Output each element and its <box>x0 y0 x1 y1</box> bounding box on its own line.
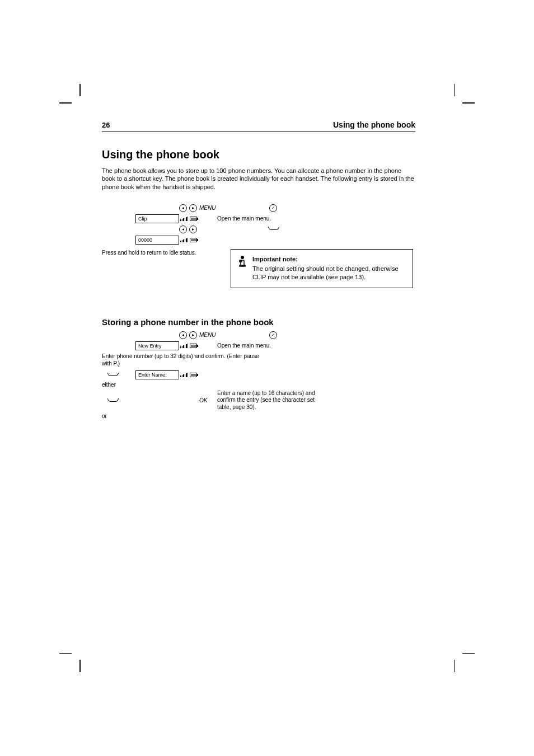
signal-icon <box>180 344 188 348</box>
battery-icon <box>190 344 197 348</box>
proc-row: New Entry Open the main menu. <box>102 341 415 350</box>
or-label: or <box>102 413 415 419</box>
proc-row: Clip Open the main menu. <box>102 214 415 223</box>
signal-icon <box>180 217 188 221</box>
proc-description: Enter phone number (up to 32 digits) and… <box>102 353 270 367</box>
left-arrow-icon: ◂ <box>179 331 187 339</box>
intro-paragraph: The phone book allows you to store up to… <box>102 167 415 191</box>
ok-label: OK <box>199 397 215 403</box>
section-phonebook: Using the phone book The phone book allo… <box>102 148 415 191</box>
battery-icon <box>190 217 197 221</box>
proc-description: Press and hold to return to idle status. <box>102 249 219 256</box>
proc-row: ◂ ▸ MENU ✓ <box>102 204 415 212</box>
proc-row: OK Enter a name (up to 16 characters) an… <box>102 390 415 411</box>
left-arrow-icon: ◂ <box>179 226 187 233</box>
display-text: Clip <box>138 216 147 222</box>
proc-row: ◂ ▸ MENU ✓ <box>102 331 415 339</box>
heading-phonebook: Using the phone book <box>102 148 415 161</box>
battery-icon <box>190 238 197 242</box>
proc-description: Open the main menu. <box>217 342 329 350</box>
proc-description: Open the main menu. <box>217 215 329 223</box>
handset-down-icon <box>268 226 278 232</box>
display-box: 00000 <box>135 236 179 245</box>
menu-label: MENU <box>199 205 215 211</box>
display-text: New Entry <box>138 343 162 349</box>
running-header: 26 Using the phone book <box>102 120 415 132</box>
proc-row: ◂ ▸ <box>102 226 415 233</box>
proc-row: Enter Name: <box>102 370 415 379</box>
procedure-block-1: ◂ ▸ MENU ✓ Clip <box>102 204 415 245</box>
either-label: either <box>102 382 415 388</box>
display-text: Enter Name: <box>138 372 167 378</box>
section-storing: Storing a phone number in the phone book… <box>102 317 415 420</box>
display-text: 00000 <box>138 237 152 243</box>
handset-down-icon <box>107 372 118 378</box>
display-box: New Entry <box>135 341 179 350</box>
heading-storing: Storing a phone number in the phone book <box>102 317 415 327</box>
left-arrow-icon: ◂ <box>179 204 187 212</box>
right-arrow-icon: ▸ <box>189 204 197 212</box>
page-number: 26 <box>102 121 110 129</box>
info-body: The original setting should not be chang… <box>252 265 406 281</box>
info-row-wrap: Press and hold to return to idle status.… <box>102 249 415 305</box>
menu-label: MENU <box>199 332 215 338</box>
section-title: Using the phone book <box>333 120 415 129</box>
signal-icon <box>180 373 188 377</box>
svg-point-0 <box>241 256 244 259</box>
info-icon <box>238 255 247 270</box>
proc-row: 00000 <box>102 236 415 245</box>
check-icon: ✓ <box>269 331 277 339</box>
battery-icon <box>190 373 197 377</box>
signal-icon <box>180 238 188 242</box>
display-box: Clip <box>135 214 179 223</box>
info-note-box: Important note: The original setting sho… <box>231 249 413 289</box>
info-title: Important note: <box>252 255 406 264</box>
right-arrow-icon: ▸ <box>189 226 197 233</box>
page-content: 26 Using the phone book Using the phone … <box>102 120 415 433</box>
check-icon: ✓ <box>269 204 277 212</box>
proc-description: Enter a name (up to 16 characters) and c… <box>217 390 329 411</box>
handset-down-icon <box>107 398 118 403</box>
right-arrow-icon: ▸ <box>189 331 197 339</box>
display-box: Enter Name: <box>135 370 179 379</box>
